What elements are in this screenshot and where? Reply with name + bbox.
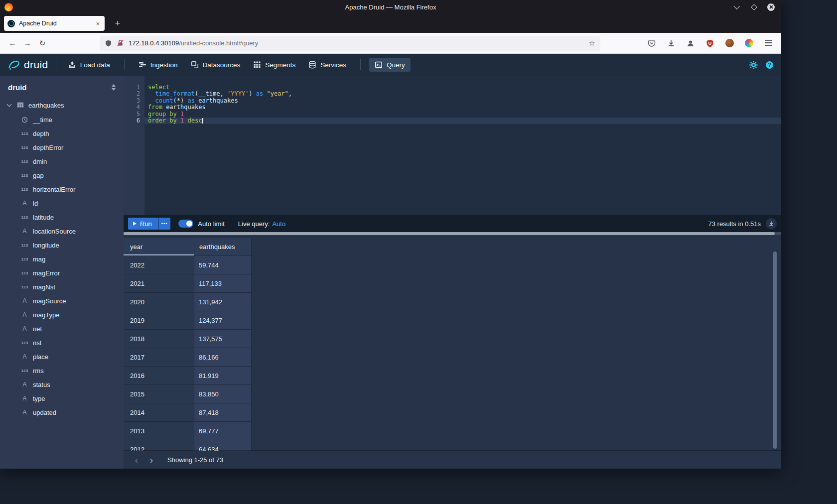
cell-year[interactable]: 2018	[124, 330, 194, 348]
bookmark-star-icon[interactable]: ☆	[589, 39, 595, 48]
results-column-earthquakes[interactable]: earthquakes	[194, 238, 252, 256]
sidebar-column-nst[interactable]: 123nst	[0, 336, 124, 350]
settings-gear-icon[interactable]	[749, 61, 758, 69]
query-editor[interactable]: 123456 select time_format(__time, 'YYYY'…	[124, 76, 781, 215]
code-line-3[interactable]: count(*) as earthquakes	[144, 98, 781, 104]
cell-year[interactable]: 2021	[124, 274, 194, 293]
sidebar-column-rms[interactable]: 123rms	[0, 364, 124, 378]
back-button[interactable]: ←	[5, 36, 20, 51]
results-column-year[interactable]: year	[124, 238, 194, 256]
results-row[interactable]: 2019124,377	[124, 311, 781, 330]
reload-button[interactable]: ↻	[35, 36, 50, 51]
results-row[interactable]: 202259,744	[124, 256, 781, 274]
cell-earthquakes[interactable]: 59,744	[194, 256, 252, 274]
sidebar-column-dmin[interactable]: 123dmin	[0, 154, 124, 168]
cell-earthquakes[interactable]: 137,575	[194, 330, 252, 348]
menu-icon[interactable]	[761, 36, 775, 50]
sidebar-column-locationSource[interactable]: AlocationSource	[0, 224, 124, 238]
cell-year[interactable]: 2012	[124, 440, 194, 451]
tab-close-icon[interactable]: ×	[94, 20, 101, 27]
cell-year[interactable]: 2013	[124, 422, 194, 440]
cell-year[interactable]: 2022	[124, 256, 194, 274]
druid-brand[interactable]: druid	[24, 59, 48, 71]
run-more-button[interactable]: •••	[158, 218, 170, 230]
cell-earthquakes[interactable]: 83,850	[194, 385, 252, 403]
cell-earthquakes[interactable]: 124,377	[194, 311, 252, 330]
extension-icon[interactable]	[722, 36, 736, 50]
results-row[interactable]: 201583,850	[124, 385, 781, 403]
sidebar-column-place[interactable]: Aplace	[0, 350, 124, 364]
live-query-value[interactable]: Auto	[272, 220, 285, 228]
cell-earthquakes[interactable]: 131,942	[194, 293, 252, 311]
cell-year[interactable]: 2014	[124, 403, 194, 422]
close-button[interactable]	[766, 2, 775, 11]
forward-button[interactable]: →	[20, 36, 35, 51]
pinwheel-extension-icon[interactable]	[742, 36, 756, 50]
sidebar-column-status[interactable]: Astatus	[0, 378, 124, 391]
help-icon[interactable]: ?	[765, 61, 774, 69]
nav-services[interactable]: Services	[303, 58, 352, 72]
results-row[interactable]: 201487,418	[124, 403, 781, 422]
next-page-button[interactable]: ›	[145, 455, 157, 465]
horizontal-scrollbar-thumb[interactable]	[124, 232, 775, 235]
code-line-6[interactable]: order by 1 desc	[144, 118, 781, 124]
code-line-1[interactable]: select	[144, 84, 781, 91]
cell-earthquakes[interactable]: 81,919	[194, 367, 252, 385]
vertical-scrollbar[interactable]	[773, 252, 777, 449]
nav-datasources[interactable]: Datasources	[185, 58, 246, 72]
nav-query[interactable]: Query	[369, 58, 411, 72]
sidebar-column-mag[interactable]: 123mag	[0, 252, 124, 266]
cell-year[interactable]: 2017	[124, 348, 194, 367]
insecure-lock-icon[interactable]	[117, 39, 124, 47]
account-icon[interactable]	[684, 36, 698, 50]
sidebar-column-longitude[interactable]: 123longitude	[0, 238, 124, 252]
results-row[interactable]: 201264,634	[124, 440, 781, 451]
sidebar-column-type[interactable]: Atype	[0, 391, 124, 405]
sort-columns-icon[interactable]	[112, 84, 116, 91]
sidebar-column-id[interactable]: Aid	[0, 196, 124, 210]
sidebar-column-magNst[interactable]: 123magNst	[0, 280, 124, 294]
cell-year[interactable]: 2019	[124, 311, 194, 330]
cell-year[interactable]: 2015	[124, 385, 194, 403]
results-row[interactable]: 201786,166	[124, 348, 781, 367]
nav-load-data[interactable]: Load data	[63, 58, 116, 72]
nav-ingestion[interactable]: Ingestion	[133, 58, 183, 72]
horizontal-scrollbar[interactable]	[124, 232, 781, 235]
sidebar-column-magSource[interactable]: AmagSource	[0, 294, 124, 308]
sidebar-column-horizontalError[interactable]: 123horizontalError	[0, 182, 124, 196]
sidebar-column-net[interactable]: Anet	[0, 322, 124, 336]
cell-earthquakes[interactable]: 69,777	[194, 422, 252, 440]
druid-logo-icon[interactable]	[7, 59, 20, 70]
sidebar-column-depth[interactable]: 123depth	[0, 126, 124, 140]
sidebar-column-magError[interactable]: 123magError	[0, 266, 124, 280]
auto-limit-toggle[interactable]	[178, 220, 193, 228]
ublock-extension-icon[interactable]	[703, 36, 717, 50]
results-row[interactable]: 2018137,575	[124, 330, 781, 348]
cell-earthquakes[interactable]: 64,634	[194, 440, 252, 451]
url-bar[interactable]: 172.18.0.4:30109/unified-console.html#qu…	[100, 36, 600, 51]
cell-earthquakes[interactable]: 87,418	[194, 403, 252, 422]
code-line-5[interactable]: group by 1	[144, 111, 781, 118]
prev-page-button[interactable]: ‹	[131, 455, 142, 465]
code-line-2[interactable]: time_format(__time, 'YYYY') as "year",	[144, 91, 781, 97]
results-row[interactable]: 201369,777	[124, 422, 781, 440]
results-row[interactable]: 201681,919	[124, 367, 781, 385]
cell-earthquakes[interactable]: 86,166	[194, 348, 252, 367]
download-results-icon[interactable]	[766, 218, 777, 229]
sidebar-column-__time[interactable]: __time	[0, 113, 124, 126]
editor-code[interactable]: select time_format(__time, 'YYYY') as "y…	[144, 76, 781, 215]
results-row[interactable]: 2020131,942	[124, 293, 781, 311]
sidebar-table-earthquakes[interactable]: earthquakes	[0, 98, 124, 113]
nav-segments[interactable]: Segments	[248, 58, 301, 72]
cell-year[interactable]: 2016	[124, 367, 194, 385]
cell-year[interactable]: 2020	[124, 293, 194, 311]
code-line-4[interactable]: from earthquakes	[144, 104, 781, 111]
new-tab-button[interactable]: +	[112, 18, 124, 29]
minimize-button[interactable]	[732, 2, 741, 11]
pocket-icon[interactable]	[645, 36, 659, 50]
results-row[interactable]: 2021117,133	[124, 274, 781, 293]
cell-earthquakes[interactable]: 117,133	[194, 274, 252, 293]
maximize-button[interactable]	[749, 2, 758, 11]
tracking-shield-icon[interactable]	[105, 39, 112, 47]
sidebar-column-gap[interactable]: 123gap	[0, 168, 124, 182]
